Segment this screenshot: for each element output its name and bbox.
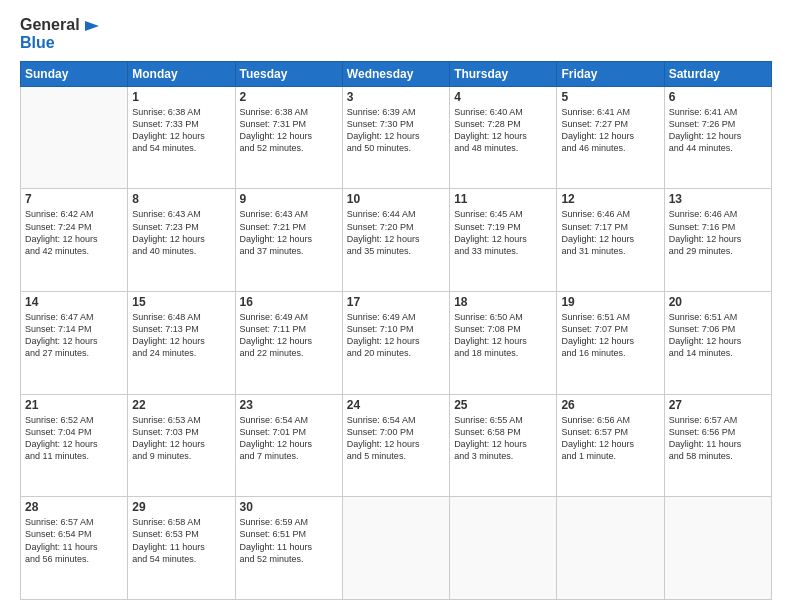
calendar-cell: 19Sunrise: 6:51 AM Sunset: 7:07 PM Dayli… bbox=[557, 292, 664, 395]
calendar-cell bbox=[664, 497, 771, 600]
weekday-sunday: Sunday bbox=[21, 61, 128, 86]
day-number: 17 bbox=[347, 295, 445, 309]
cell-info: Sunrise: 6:46 AM Sunset: 7:17 PM Dayligh… bbox=[561, 208, 659, 257]
calendar-cell: 15Sunrise: 6:48 AM Sunset: 7:13 PM Dayli… bbox=[128, 292, 235, 395]
calendar-cell bbox=[21, 86, 128, 189]
day-number: 29 bbox=[132, 500, 230, 514]
cell-info: Sunrise: 6:57 AM Sunset: 6:56 PM Dayligh… bbox=[669, 414, 767, 463]
cell-info: Sunrise: 6:56 AM Sunset: 6:57 PM Dayligh… bbox=[561, 414, 659, 463]
weekday-saturday: Saturday bbox=[664, 61, 771, 86]
cell-info: Sunrise: 6:38 AM Sunset: 7:33 PM Dayligh… bbox=[132, 106, 230, 155]
cell-info: Sunrise: 6:39 AM Sunset: 7:30 PM Dayligh… bbox=[347, 106, 445, 155]
day-number: 19 bbox=[561, 295, 659, 309]
calendar-cell: 7Sunrise: 6:42 AM Sunset: 7:24 PM Daylig… bbox=[21, 189, 128, 292]
cell-info: Sunrise: 6:41 AM Sunset: 7:27 PM Dayligh… bbox=[561, 106, 659, 155]
cell-info: Sunrise: 6:43 AM Sunset: 7:23 PM Dayligh… bbox=[132, 208, 230, 257]
calendar-cell: 26Sunrise: 6:56 AM Sunset: 6:57 PM Dayli… bbox=[557, 394, 664, 497]
cell-info: Sunrise: 6:51 AM Sunset: 7:07 PM Dayligh… bbox=[561, 311, 659, 360]
calendar-cell: 3Sunrise: 6:39 AM Sunset: 7:30 PM Daylig… bbox=[342, 86, 449, 189]
calendar-cell: 12Sunrise: 6:46 AM Sunset: 7:17 PM Dayli… bbox=[557, 189, 664, 292]
day-number: 1 bbox=[132, 90, 230, 104]
calendar-cell: 1Sunrise: 6:38 AM Sunset: 7:33 PM Daylig… bbox=[128, 86, 235, 189]
calendar-cell: 9Sunrise: 6:43 AM Sunset: 7:21 PM Daylig… bbox=[235, 189, 342, 292]
day-number: 12 bbox=[561, 192, 659, 206]
day-number: 11 bbox=[454, 192, 552, 206]
calendar-cell bbox=[450, 497, 557, 600]
day-number: 18 bbox=[454, 295, 552, 309]
day-number: 4 bbox=[454, 90, 552, 104]
cell-info: Sunrise: 6:52 AM Sunset: 7:04 PM Dayligh… bbox=[25, 414, 123, 463]
calendar-cell: 18Sunrise: 6:50 AM Sunset: 7:08 PM Dayli… bbox=[450, 292, 557, 395]
weekday-monday: Monday bbox=[128, 61, 235, 86]
day-number: 6 bbox=[669, 90, 767, 104]
day-number: 30 bbox=[240, 500, 338, 514]
weekday-friday: Friday bbox=[557, 61, 664, 86]
day-number: 26 bbox=[561, 398, 659, 412]
day-number: 16 bbox=[240, 295, 338, 309]
calendar-cell: 17Sunrise: 6:49 AM Sunset: 7:10 PM Dayli… bbox=[342, 292, 449, 395]
calendar-cell: 23Sunrise: 6:54 AM Sunset: 7:01 PM Dayli… bbox=[235, 394, 342, 497]
calendar-cell: 21Sunrise: 6:52 AM Sunset: 7:04 PM Dayli… bbox=[21, 394, 128, 497]
cell-info: Sunrise: 6:54 AM Sunset: 7:00 PM Dayligh… bbox=[347, 414, 445, 463]
weekday-wednesday: Wednesday bbox=[342, 61, 449, 86]
day-number: 3 bbox=[347, 90, 445, 104]
cell-info: Sunrise: 6:44 AM Sunset: 7:20 PM Dayligh… bbox=[347, 208, 445, 257]
cell-info: Sunrise: 6:38 AM Sunset: 7:31 PM Dayligh… bbox=[240, 106, 338, 155]
cell-info: Sunrise: 6:49 AM Sunset: 7:10 PM Dayligh… bbox=[347, 311, 445, 360]
calendar-cell: 24Sunrise: 6:54 AM Sunset: 7:00 PM Dayli… bbox=[342, 394, 449, 497]
calendar-cell: 6Sunrise: 6:41 AM Sunset: 7:26 PM Daylig… bbox=[664, 86, 771, 189]
calendar-cell: 25Sunrise: 6:55 AM Sunset: 6:58 PM Dayli… bbox=[450, 394, 557, 497]
cell-info: Sunrise: 6:54 AM Sunset: 7:01 PM Dayligh… bbox=[240, 414, 338, 463]
cell-info: Sunrise: 6:41 AM Sunset: 7:26 PM Dayligh… bbox=[669, 106, 767, 155]
calendar-cell: 29Sunrise: 6:58 AM Sunset: 6:53 PM Dayli… bbox=[128, 497, 235, 600]
calendar-cell: 27Sunrise: 6:57 AM Sunset: 6:56 PM Dayli… bbox=[664, 394, 771, 497]
cell-info: Sunrise: 6:53 AM Sunset: 7:03 PM Dayligh… bbox=[132, 414, 230, 463]
calendar-cell: 16Sunrise: 6:49 AM Sunset: 7:11 PM Dayli… bbox=[235, 292, 342, 395]
day-number: 25 bbox=[454, 398, 552, 412]
day-number: 28 bbox=[25, 500, 123, 514]
calendar-cell: 5Sunrise: 6:41 AM Sunset: 7:27 PM Daylig… bbox=[557, 86, 664, 189]
day-number: 13 bbox=[669, 192, 767, 206]
calendar-cell: 13Sunrise: 6:46 AM Sunset: 7:16 PM Dayli… bbox=[664, 189, 771, 292]
day-number: 22 bbox=[132, 398, 230, 412]
cell-info: Sunrise: 6:49 AM Sunset: 7:11 PM Dayligh… bbox=[240, 311, 338, 360]
day-number: 27 bbox=[669, 398, 767, 412]
calendar-cell: 11Sunrise: 6:45 AM Sunset: 7:19 PM Dayli… bbox=[450, 189, 557, 292]
calendar-cell bbox=[557, 497, 664, 600]
cell-info: Sunrise: 6:58 AM Sunset: 6:53 PM Dayligh… bbox=[132, 516, 230, 565]
calendar-cell: 4Sunrise: 6:40 AM Sunset: 7:28 PM Daylig… bbox=[450, 86, 557, 189]
calendar-cell: 8Sunrise: 6:43 AM Sunset: 7:23 PM Daylig… bbox=[128, 189, 235, 292]
cell-info: Sunrise: 6:40 AM Sunset: 7:28 PM Dayligh… bbox=[454, 106, 552, 155]
day-number: 23 bbox=[240, 398, 338, 412]
cell-info: Sunrise: 6:42 AM Sunset: 7:24 PM Dayligh… bbox=[25, 208, 123, 257]
cell-info: Sunrise: 6:50 AM Sunset: 7:08 PM Dayligh… bbox=[454, 311, 552, 360]
day-number: 5 bbox=[561, 90, 659, 104]
calendar-cell: 22Sunrise: 6:53 AM Sunset: 7:03 PM Dayli… bbox=[128, 394, 235, 497]
day-number: 15 bbox=[132, 295, 230, 309]
cell-info: Sunrise: 6:43 AM Sunset: 7:21 PM Dayligh… bbox=[240, 208, 338, 257]
calendar-cell: 2Sunrise: 6:38 AM Sunset: 7:31 PM Daylig… bbox=[235, 86, 342, 189]
weekday-thursday: Thursday bbox=[450, 61, 557, 86]
cell-info: Sunrise: 6:55 AM Sunset: 6:58 PM Dayligh… bbox=[454, 414, 552, 463]
cell-info: Sunrise: 6:51 AM Sunset: 7:06 PM Dayligh… bbox=[669, 311, 767, 360]
day-number: 8 bbox=[132, 192, 230, 206]
cell-info: Sunrise: 6:59 AM Sunset: 6:51 PM Dayligh… bbox=[240, 516, 338, 565]
day-number: 2 bbox=[240, 90, 338, 104]
cell-info: Sunrise: 6:48 AM Sunset: 7:13 PM Dayligh… bbox=[132, 311, 230, 360]
svg-marker-0 bbox=[85, 21, 99, 31]
day-number: 9 bbox=[240, 192, 338, 206]
calendar-cell: 14Sunrise: 6:47 AM Sunset: 7:14 PM Dayli… bbox=[21, 292, 128, 395]
day-number: 7 bbox=[25, 192, 123, 206]
cell-info: Sunrise: 6:46 AM Sunset: 7:16 PM Dayligh… bbox=[669, 208, 767, 257]
day-number: 24 bbox=[347, 398, 445, 412]
calendar: SundayMondayTuesdayWednesdayThursdayFrid… bbox=[20, 61, 772, 600]
day-number: 10 bbox=[347, 192, 445, 206]
calendar-cell bbox=[342, 497, 449, 600]
day-number: 14 bbox=[25, 295, 123, 309]
calendar-cell: 28Sunrise: 6:57 AM Sunset: 6:54 PM Dayli… bbox=[21, 497, 128, 600]
calendar-cell: 10Sunrise: 6:44 AM Sunset: 7:20 PM Dayli… bbox=[342, 189, 449, 292]
weekday-tuesday: Tuesday bbox=[235, 61, 342, 86]
logo: General Blue bbox=[20, 16, 99, 53]
day-number: 21 bbox=[25, 398, 123, 412]
cell-info: Sunrise: 6:57 AM Sunset: 6:54 PM Dayligh… bbox=[25, 516, 123, 565]
